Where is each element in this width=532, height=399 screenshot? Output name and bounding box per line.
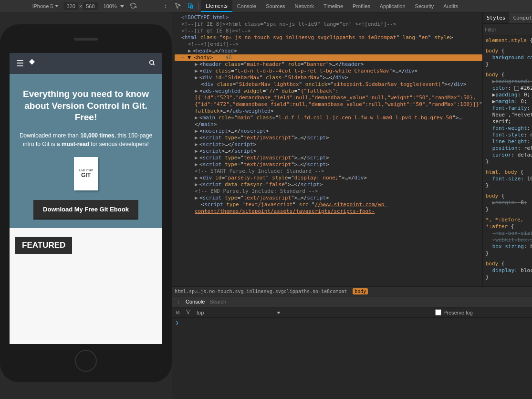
css-property[interactable]: background-color: #f7f7f7;: [486, 54, 532, 61]
tab-audits[interactable]: Audits: [438, 0, 463, 12]
svg-line-1: [153, 63, 155, 65]
dom-node[interactable]: <!--<![endif]-->: [175, 41, 482, 48]
tab-profiles[interactable]: Profiles: [348, 0, 375, 12]
styles-filter-bar: :hov .cls +: [483, 24, 532, 35]
dom-node[interactable]: ▶<header class="main-header" role="banne…: [175, 61, 482, 68]
dom-node[interactable]: ▶<script type="text/javascript">…</scrip…: [175, 195, 482, 201]
height-input[interactable]: 568: [83, 2, 97, 10]
dom-node[interactable]: <div class="SidebarNav_lightbox" onclick…: [175, 81, 482, 88]
frame-selector[interactable]: top: [197, 310, 281, 315]
tab-styles[interactable]: Styles: [483, 12, 510, 23]
css-rule[interactable]: styles-8f4be41….ss?ver=4.4.2:1body {▶mar…: [486, 193, 532, 213]
width-input[interactable]: 320: [63, 2, 78, 10]
styles-body[interactable]: element.style {}styles-8f4be41….ss?ver=4…: [483, 35, 532, 286]
css-rule[interactable]: styles-8f4be41….ss?ver=4.4.2:1body {back…: [486, 48, 532, 68]
dom-node[interactable]: ▶<script data-cfasync="false">…</script>: [175, 181, 482, 188]
tab-timeline[interactable]: Timeline: [319, 0, 348, 12]
device-selector[interactable]: iPhone 5: [32, 3, 59, 9]
css-property[interactable]: ▶margin: 0;: [486, 200, 532, 206]
tab-console[interactable]: Console: [232, 0, 261, 12]
clear-console-icon[interactable]: ⊘: [176, 309, 180, 315]
css-property[interactable]: display: block;: [486, 267, 532, 274]
dom-node[interactable]: ▶<noscript>…</noscript>: [175, 128, 482, 135]
kebab-menu-icon[interactable]: ⋮: [163, 3, 168, 9]
filter-icon[interactable]: [186, 309, 191, 315]
dom-node[interactable]: <!--[if gt IE 8]><!-->: [175, 28, 482, 34]
dom-node[interactable]: ▶<script type="text/javascript">…</scrip…: [175, 135, 482, 141]
css-property[interactable]: cursor: default;: [486, 152, 532, 158]
css-rule[interactable]: styles-8f4be41….ss?ver=4.4.2:1body {▶bac…: [486, 72, 532, 165]
console-toolbar: ⊘ top Preserve log: [172, 307, 532, 318]
zoom-selector[interactable]: 100%: [104, 3, 124, 9]
console-label[interactable]: Console: [186, 299, 205, 304]
search-icon[interactable]: [149, 60, 156, 68]
tab-application[interactable]: Application: [375, 0, 410, 12]
dim-separator: ×: [79, 3, 82, 9]
dom-node[interactable]: ▶<main role="main" class="l-d-f l-fd-col…: [175, 115, 482, 128]
hero-subtitle: Downloaded more than 10,000 times, this …: [19, 131, 153, 148]
css-rule[interactable]: styles-8f4be41….ss?ver=4.4.2:1*, *:befor…: [486, 217, 532, 257]
css-property[interactable]: font-size: 100%;: [486, 176, 532, 182]
css-property[interactable]: -moz-box-sizing: border-box;: [486, 230, 532, 237]
elements-breadcrumb[interactable]: html.sp⚠.js.no-touch.svg.inlinesvg.svgcl…: [172, 286, 532, 296]
preserve-log-checkbox[interactable]: Preserve log: [435, 309, 473, 315]
css-property[interactable]: box-sizing: border-box;: [486, 243, 532, 250]
css-property[interactable]: -webkit-box-sizing: border-box;: [486, 237, 532, 243]
console-search-input[interactable]: [209, 299, 532, 304]
css-property[interactable]: color: #262626;: [486, 85, 532, 92]
dom-node[interactable]: ▶<script type="text/javascript">…</scrip…: [175, 155, 482, 161]
css-property[interactable]: font-family: "Roboto","Helvetica Neue","…: [486, 105, 532, 125]
site-header: ☰: [10, 53, 162, 74]
dom-node[interactable]: ▶<div id="parsely-root" style="display: …: [175, 175, 482, 181]
css-property[interactable]: font-style: normal;: [486, 132, 532, 138]
dom-node[interactable]: ▶<script>…</script>: [175, 148, 482, 155]
device-mode-icon[interactable]: [184, 2, 197, 10]
css-property[interactable]: font-weight: 400;: [486, 125, 532, 132]
css-rule[interactable]: user agent stylesheetbody {display: bloc…: [486, 261, 532, 281]
dom-node[interactable]: ▶<head>…</head>: [175, 48, 482, 54]
css-property[interactable]: line-height: 1;: [486, 138, 532, 145]
hero-title: Everything you need to know about Versio…: [19, 88, 153, 124]
breadcrumb-item-selected[interactable]: body: [353, 288, 368, 294]
chevron-down-icon: [277, 312, 281, 314]
tab-security[interactable]: Security: [410, 0, 439, 12]
logo-icon[interactable]: [28, 58, 36, 69]
css-rule[interactable]: element.style {}: [486, 37, 532, 44]
svg-marker-4: [186, 310, 190, 314]
css-property[interactable]: ▶padding: 0;: [486, 92, 532, 98]
css-property[interactable]: ▶background: #f7f7f7;: [486, 78, 532, 85]
phone-screen: ☰ Everything you need to know about Vers…: [10, 53, 162, 344]
tab-sources[interactable]: Sources: [261, 0, 290, 12]
dom-node[interactable]: ▶<script>…</script>: [175, 141, 482, 148]
console-body[interactable]: ❯: [172, 318, 532, 399]
dom-node-selected[interactable]: ⋯ ▼ <body> == $0: [175, 54, 482, 61]
styles-filter-input[interactable]: [485, 27, 532, 32]
divider: [198, 2, 199, 10]
css-property[interactable]: ▶margin: 0;: [486, 98, 532, 105]
dom-node[interactable]: ▶<ads-weighted widget="77" data="{"fallb…: [175, 88, 482, 115]
elements-tree[interactable]: <!DOCTYPE html> <!--[if IE 8]><html clas…: [172, 12, 482, 286]
dom-node[interactable]: ▶<script type="text/javascript">…</scrip…: [175, 161, 482, 168]
inspect-icon[interactable]: [172, 2, 184, 10]
css-property[interactable]: position: relative;: [486, 145, 532, 152]
preserve-log-input[interactable]: [435, 309, 441, 315]
dom-node[interactable]: <!-- END Parse.ly Include: Standard -->: [175, 188, 482, 195]
download-ebook-button[interactable]: Download My Free Git Ebook: [33, 200, 138, 219]
dom-node[interactable]: <!--[if IE 8]><html class="sp⚠ no-js lt-…: [175, 21, 482, 28]
dom-node[interactable]: <script type="text/javascript" src="//ww…: [175, 201, 482, 215]
dom-node[interactable]: ▶<div id="SidebarNav" class="SidebarNav"…: [175, 74, 482, 81]
kebab-menu-icon[interactable]: ⋮: [176, 299, 181, 305]
dom-node[interactable]: <html class="sp⚠ js no-touch svg inlines…: [175, 34, 482, 41]
rotate-icon[interactable]: [130, 2, 136, 10]
dom-node[interactable]: <!DOCTYPE html>: [175, 14, 482, 21]
tab-elements[interactable]: Elements: [201, 0, 232, 12]
css-rule[interactable]: styles-8f4be41….ss?ver=4.4.2:1html, body…: [486, 169, 532, 189]
breadcrumb-item[interactable]: html.sp⚠.js.no-touch.svg.inlinesvg.svgcl…: [175, 289, 347, 294]
tab-computed[interactable]: Computed: [509, 12, 532, 23]
dom-node[interactable]: ▶<div class="l-d-n l-d-b--4col l-p-rel t…: [175, 68, 482, 74]
dom-node[interactable]: <!-- START Parse.ly Include: Standard --…: [175, 168, 482, 175]
phone-frame: ☰ Everything you need to know about Vers…: [0, 24, 172, 382]
tab-network[interactable]: Network: [290, 0, 319, 12]
expand-icon[interactable]: ▶: [188, 48, 192, 54]
hamburger-icon[interactable]: ☰: [16, 58, 24, 69]
